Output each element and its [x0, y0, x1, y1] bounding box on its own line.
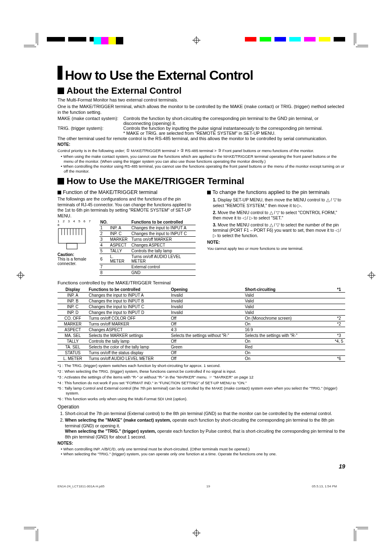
- func-cell-note: [333, 309, 345, 315]
- pin-th-no: NO.: [99, 219, 109, 225]
- func-cell-function: Turns on/off AUDIO LEVEL METER: [88, 355, 170, 361]
- crop-corner-bl: [24, 525, 40, 541]
- func-cell-function: Selects the MARKER settings: [88, 332, 170, 338]
- pin-cell-func: Changes the input to INPUT A: [131, 225, 196, 231]
- pin-th-func: Functions to be controlled: [131, 219, 196, 225]
- square-small-icon: [207, 191, 211, 194]
- func-cell-function: Selects the color of the tally lamp: [88, 344, 170, 350]
- pin-row: 7External control: [99, 264, 196, 270]
- pin-cell-no: 2: [99, 231, 109, 237]
- section-maketrig-heading: How to Use the MAKE/TRIGGER Terminal: [67, 176, 244, 187]
- func-cell-opening: Off: [170, 338, 244, 344]
- crosshair-bottom: [192, 529, 201, 537]
- maketrig-sub-right-text: To change the functions applied to the p…: [212, 189, 330, 195]
- main-title-block: How to Use the External Control: [58, 66, 345, 83]
- operation-2a-bold: When selecting the "MAKE" (make contact)…: [65, 418, 171, 422]
- func-cell-opening: Invalid: [170, 309, 244, 315]
- pin-row: 2INP. CChanges the input to INPUT C: [99, 231, 196, 237]
- func-cell-function: Turns on/off the status display: [88, 350, 170, 355]
- func-cell-opening: Green: [170, 344, 244, 350]
- pin-cell-name: [109, 264, 131, 270]
- func-cell-short: On: [244, 338, 333, 344]
- about-note-2: When controlling the monitor using RS-48…: [61, 164, 345, 174]
- about-note-list: When using the make contact system, you …: [58, 154, 345, 174]
- func-cell-display: L. METER: [58, 355, 88, 361]
- crosshair-left: [16, 271, 25, 279]
- about-other-term: The other terminal used for remote contr…: [58, 136, 345, 141]
- footer-timestamp: 05.5.13, 1:54 PM: [312, 484, 337, 488]
- func-row: L. METERTurns on/off AUDIO LEVEL METEROf…: [58, 355, 345, 361]
- footnote-6: *6 : This function works only when using…: [58, 397, 345, 401]
- pin-cell-no: 5: [99, 248, 109, 254]
- about-note-1: When using the make contact system, you …: [61, 154, 345, 164]
- func-th-functions: Functions to be controlled: [88, 287, 170, 293]
- func-cell-display: TALLY: [58, 338, 88, 344]
- about-trig-row: TRIG. (trigger system): Controls the fun…: [58, 126, 345, 136]
- about-make-term: MAKE (make contact system):: [58, 116, 123, 126]
- square-bullet-icon: [58, 178, 64, 185]
- func-row: MA. SELSelects the MARKER settingsSelect…: [58, 332, 345, 338]
- cmyk-swatches: [94, 37, 123, 44]
- func-cell-function: Turns on/off MARKER: [88, 321, 170, 327]
- func-cell-short: On: [244, 355, 333, 361]
- pin-cell-name: ASPECT: [109, 242, 131, 248]
- func-cell-note: *2: [333, 315, 345, 321]
- func-th-note: *1: [333, 287, 345, 293]
- func-cell-note: [333, 344, 345, 350]
- func-row: INP. DChanges the input to INPUT DInvali…: [58, 309, 345, 315]
- pin-cell-name: MARKER: [109, 237, 131, 242]
- pin-cell-no: 4: [99, 242, 109, 248]
- func-cell-short: Valid: [244, 298, 333, 304]
- func-cell-short: 16:9: [244, 327, 333, 332]
- footer-line: EN14-24_LCT1811-001A-H.p65 19 05.5.13, 1…: [58, 484, 337, 488]
- pin-cell-name: TALLY: [109, 248, 131, 254]
- footnote-3: *3 : Activates the settings of the items…: [58, 375, 345, 380]
- func-cell-note: [333, 304, 345, 309]
- page-number: 19: [58, 463, 345, 470]
- func-cell-opening: Off: [170, 355, 244, 361]
- func-cell-note: *4, 5: [333, 338, 345, 344]
- pin-cell-no: 8: [99, 270, 109, 276]
- step-2-text: Move the MENU control to △ / ▽ to select…: [213, 210, 337, 220]
- func-row: TALLYControls the tally lampOffOn*4, 5: [58, 338, 345, 344]
- func-table-header: Functions controlled by the MAKE/TRIGGER…: [58, 280, 345, 286]
- operation-header: Operation: [58, 404, 345, 410]
- func-cell-short: Valid: [244, 309, 333, 315]
- func-cell-note: [333, 350, 345, 355]
- right-note-text: You cannot apply two or more functions t…: [207, 246, 345, 251]
- title-accent-bar: [58, 66, 62, 80]
- rj45-pin-numbers: 1 2 3 4 5 6 7 8: [58, 219, 95, 227]
- step-1-text: Display SET-UP MENU, then move the MENU …: [213, 197, 341, 208]
- func-cell-display: INP. B: [58, 298, 88, 304]
- func-cell-short: On (Monochrome screen): [244, 315, 333, 321]
- footnote-2: *2 : When selecting the TRIG. (trigger) …: [58, 369, 345, 374]
- pin-cell-func: Changes ASPECT: [131, 242, 196, 248]
- func-cell-opening: Off: [170, 321, 244, 327]
- about-make-row: MAKE (make contact system): Controls the…: [58, 116, 345, 126]
- pin-cell-no: 3: [99, 237, 109, 242]
- footnotes-block: *1 : The TRIG. (trigger) system switches…: [58, 363, 345, 401]
- func-cell-display: INP. D: [58, 309, 88, 315]
- func-cell-display: MARKER: [58, 321, 88, 327]
- pin-row: 6L. METERTurns on/off AUDIO LEVEL METER: [99, 254, 196, 264]
- func-cell-function: Turns on/off COLOR OFF: [88, 315, 170, 321]
- func-row: CO. OFFTurns on/off COLOR OFFOffOn (Mono…: [58, 315, 345, 321]
- section-about-heading: About the External Control: [67, 85, 182, 96]
- func-row: INP. CChanges the input to INPUT CInvali…: [58, 304, 345, 309]
- about-make-desc: Controls the function by short-circuitin…: [123, 116, 345, 126]
- functions-table: Display Functions to be controlled Openi…: [58, 287, 345, 362]
- crop-corner-br: [352, 525, 368, 541]
- operation-note-1: When controlling INP. A/B/C/D, only one …: [61, 447, 345, 452]
- pin-cell-func: Controls the tally lamp: [131, 248, 196, 254]
- pin-row: 8GND: [99, 270, 196, 276]
- func-cell-short: On: [244, 321, 333, 327]
- rj45-connector-icon: [58, 228, 86, 251]
- pin-cell-no: 7: [99, 264, 109, 270]
- func-cell-opening: Off: [170, 350, 244, 355]
- operation-note-2: When selecting the "TRIG." (trigger) sys…: [61, 452, 345, 457]
- pin-cell-name: INP. C: [109, 231, 131, 237]
- rj45-caution-text: This is a female connecter.: [58, 257, 95, 266]
- func-cell-display: INP. A: [58, 292, 88, 298]
- func-cell-short: On: [244, 350, 333, 355]
- func-cell-note: *6: [333, 355, 345, 361]
